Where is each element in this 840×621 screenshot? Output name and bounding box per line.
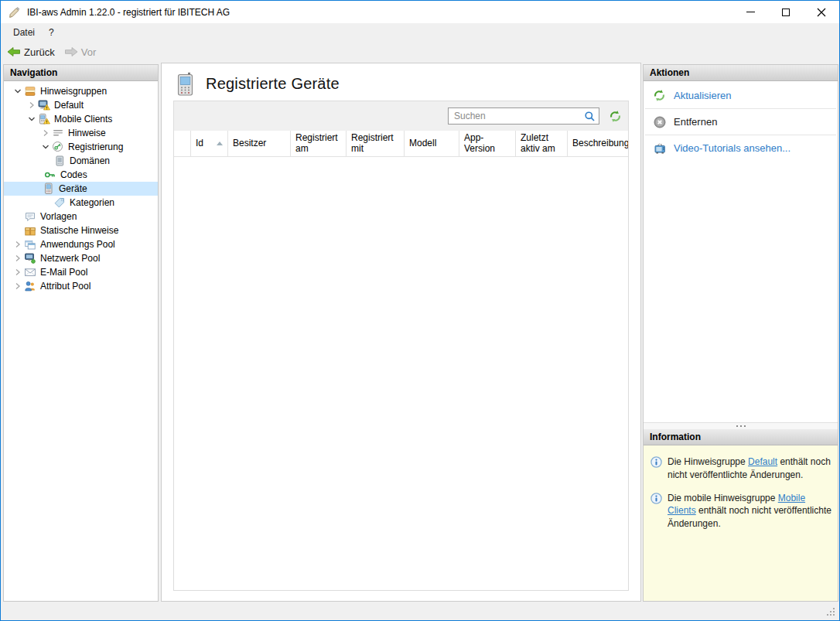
panel-splitter[interactable] bbox=[644, 422, 838, 429]
app-window: IBI-aws Admin 1.22.0 - registriert für I… bbox=[0, 0, 840, 621]
refresh-button[interactable] bbox=[606, 107, 623, 125]
domain-device-icon bbox=[53, 155, 66, 167]
chevron-right-icon[interactable] bbox=[12, 238, 24, 251]
notice-groups-icon bbox=[24, 85, 36, 97]
nav-item-email-pool[interactable]: E-Mail Pool bbox=[4, 265, 158, 279]
mobile-phone-icon bbox=[176, 72, 194, 96]
menu-bar: Datei ? bbox=[1, 23, 839, 42]
chevron-right-icon[interactable] bbox=[12, 252, 24, 264]
devices-grid: Id Besitzer Registriert am Registriert m… bbox=[173, 101, 629, 591]
forward-label: Vor bbox=[81, 46, 97, 58]
nav-item-codes[interactable]: Codes bbox=[4, 168, 158, 182]
column-header-id[interactable]: Id bbox=[191, 131, 228, 156]
nav-item-mobile-clients[interactable]: Mobile Clients bbox=[4, 112, 158, 126]
nav-item-hinweise[interactable]: Hinweise bbox=[4, 126, 158, 140]
search-input[interactable] bbox=[449, 111, 580, 121]
sort-ascending-icon bbox=[217, 142, 223, 145]
action-aktualisieren[interactable]: Aktualisieren bbox=[644, 83, 838, 108]
column-header-beschreibung[interactable]: Beschreibung bbox=[568, 131, 628, 156]
resize-grip[interactable] bbox=[826, 607, 835, 616]
nav-item-registrierung[interactable]: Registrierung bbox=[4, 140, 158, 154]
chevron-right-icon[interactable] bbox=[12, 266, 24, 278]
windows-icon bbox=[24, 238, 36, 251]
nav-item-vorlagen[interactable]: Vorlagen bbox=[4, 210, 158, 223]
actions-header: Aktionen bbox=[644, 65, 838, 81]
column-header-indicator[interactable] bbox=[174, 131, 191, 156]
window-controls bbox=[732, 1, 839, 23]
remove-icon bbox=[653, 115, 666, 128]
nav-item-geraete[interactable]: Geräte bbox=[4, 182, 158, 196]
column-header-besitzer[interactable]: Besitzer bbox=[228, 131, 291, 156]
speech-bubble-icon bbox=[24, 210, 36, 223]
network-monitor-icon bbox=[24, 252, 36, 264]
main-content: Registrierte Geräte bbox=[161, 63, 641, 602]
page-title: Registrierte Geräte bbox=[206, 75, 340, 93]
column-header-registriert-am[interactable]: Registriert am bbox=[291, 131, 347, 156]
action-entfernen[interactable]: Entfernen bbox=[644, 109, 838, 135]
actions-list: Aktualisieren Entfernen Video-Tutorials … bbox=[644, 81, 838, 422]
refresh-icon bbox=[609, 110, 622, 123]
package-icon bbox=[24, 224, 36, 237]
forward-button[interactable]: Vor bbox=[61, 45, 100, 60]
column-header-registriert-mit[interactable]: Registriert mit bbox=[347, 131, 405, 156]
info-item-mobile-clients: Die mobile Hinweisgruppe Mobile Clients … bbox=[650, 492, 831, 531]
information-panel: Die Hinweisgruppe Default enthält noch n… bbox=[644, 445, 838, 601]
link-default-group[interactable]: Default bbox=[748, 456, 777, 467]
info-icon bbox=[650, 456, 662, 468]
column-header-zuletzt-aktiv-am[interactable]: Zuletzt aktiv am bbox=[516, 131, 568, 156]
video-icon bbox=[653, 142, 666, 155]
mobile-phone-icon bbox=[43, 183, 55, 195]
search-button[interactable] bbox=[580, 108, 599, 124]
minimize-icon bbox=[746, 12, 755, 12]
nav-item-hinweisgruppen[interactable]: Hinweisgruppen bbox=[4, 84, 158, 98]
window-title: IBI-aws Admin 1.22.0 - registriert für I… bbox=[27, 7, 732, 18]
registration-key-icon bbox=[52, 141, 64, 153]
workspace: Navigation Hinweisgruppen Default Mobile… bbox=[2, 62, 838, 619]
chevron-down-icon[interactable] bbox=[39, 141, 52, 153]
maximize-icon bbox=[782, 9, 790, 16]
key-icon bbox=[44, 169, 56, 181]
refresh-icon bbox=[653, 89, 666, 102]
grid-toolbar bbox=[174, 101, 628, 131]
tag-icon bbox=[53, 196, 66, 209]
nav-item-statische-hinweise[interactable]: Statische Hinweise bbox=[4, 223, 158, 237]
back-arrow-icon bbox=[7, 46, 21, 57]
table-header: Id Besitzer Registriert am Registriert m… bbox=[174, 131, 628, 157]
menu-help[interactable]: ? bbox=[42, 24, 61, 41]
information-header: Information bbox=[644, 429, 838, 445]
chevron-down-icon[interactable] bbox=[26, 113, 38, 125]
minimize-button[interactable] bbox=[732, 1, 768, 23]
app-icon bbox=[8, 5, 21, 19]
chevron-right-icon[interactable] bbox=[12, 280, 24, 292]
nav-item-anwendungs-pool[interactable]: Anwendungs Pool bbox=[4, 237, 158, 251]
back-label: Zurück bbox=[24, 46, 55, 58]
table-body-empty[interactable] bbox=[174, 157, 628, 590]
info-icon bbox=[650, 493, 662, 504]
search-box bbox=[448, 107, 599, 125]
back-button[interactable]: Zurück bbox=[4, 45, 58, 60]
navigation-panel: Navigation Hinweisgruppen Default Mobile… bbox=[3, 64, 159, 602]
nav-item-attribut-pool[interactable]: Attribut Pool bbox=[4, 279, 158, 293]
nav-item-netzwerk-pool[interactable]: Netzwerk Pool bbox=[4, 251, 158, 265]
forward-arrow-icon bbox=[64, 46, 78, 57]
info-text: Die Hinweisgruppe bbox=[668, 456, 748, 467]
info-text: Die mobile Hinweisgruppe bbox=[668, 493, 778, 503]
chevron-spacer bbox=[12, 210, 24, 223]
column-header-modell[interactable]: Modell bbox=[405, 131, 459, 156]
title-bar: IBI-aws Admin 1.22.0 - registriert für I… bbox=[1, 1, 839, 23]
envelope-icon bbox=[24, 266, 36, 278]
navigation-header: Navigation bbox=[4, 65, 158, 81]
chevron-right-icon[interactable] bbox=[26, 99, 38, 111]
nav-item-kategorien[interactable]: Kategorien bbox=[4, 196, 158, 210]
people-icon bbox=[24, 280, 36, 292]
action-video-tutorials[interactable]: Video-Tutorials ansehen... bbox=[644, 135, 838, 161]
nav-item-default[interactable]: Default bbox=[4, 98, 158, 112]
chevron-right-icon[interactable] bbox=[39, 127, 52, 139]
nav-item-domaenen[interactable]: Domänen bbox=[4, 154, 158, 168]
column-header-app-version[interactable]: App-Version bbox=[459, 131, 516, 156]
menu-datei[interactable]: Datei bbox=[6, 24, 42, 41]
phone-warning-icon bbox=[38, 113, 50, 125]
maximize-button[interactable] bbox=[768, 1, 804, 23]
close-button[interactable] bbox=[804, 1, 839, 23]
chevron-down-icon[interactable] bbox=[12, 85, 24, 97]
